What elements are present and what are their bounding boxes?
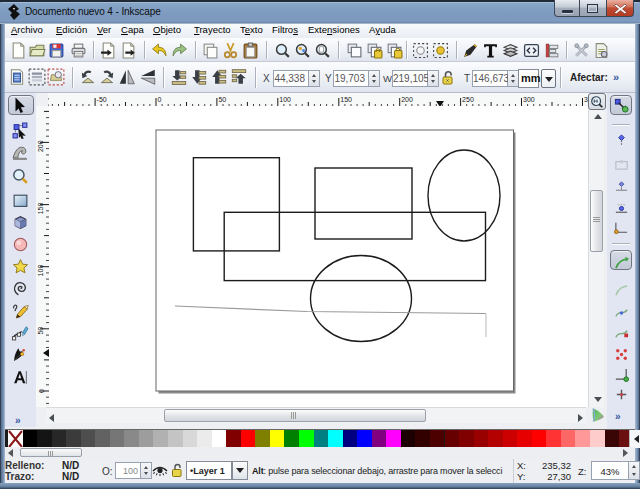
svg-text:0: 0 <box>158 96 162 103</box>
svg-text:300: 300 <box>523 96 535 103</box>
svg-text:100: 100 <box>38 265 45 277</box>
svg-text:50: 50 <box>218 96 226 103</box>
svg-text:-50: -50 <box>97 96 107 103</box>
svg-text:50: 50 <box>38 327 45 335</box>
svg-text:200: 200 <box>401 96 413 103</box>
svg-text:250: 250 <box>462 96 474 103</box>
svg-text:200: 200 <box>38 140 45 152</box>
svg-text:150: 150 <box>340 96 352 103</box>
svg-text:150: 150 <box>38 203 45 215</box>
svg-text:0: 0 <box>38 389 45 393</box>
svg-text:100: 100 <box>279 96 291 103</box>
